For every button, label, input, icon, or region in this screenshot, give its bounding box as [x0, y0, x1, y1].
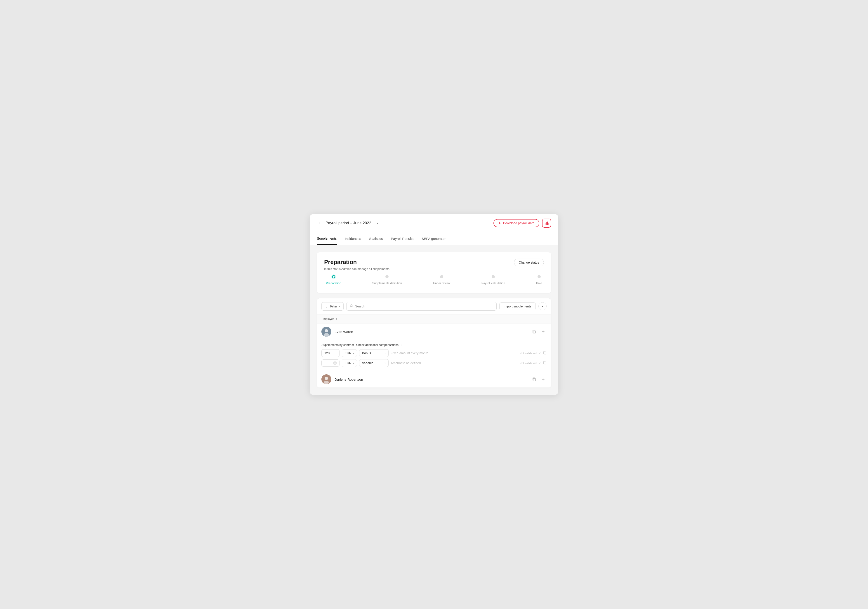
- next-period-button[interactable]: ›: [375, 220, 380, 226]
- check-icon-variable[interactable]: ✓: [538, 361, 541, 365]
- plus-icon-darlene: [541, 377, 545, 381]
- supplements-row-evan: Supplements by contract · Check addition…: [317, 340, 551, 371]
- avatar-evan-waren: [321, 327, 332, 336]
- filter-chevron-icon: ▾: [339, 305, 340, 308]
- type-field-bonus[interactable]: Bonus ▾: [359, 349, 389, 357]
- tab-payroll-results[interactable]: Payroll Results: [391, 232, 414, 245]
- svg-rect-1: [546, 222, 547, 225]
- import-supplements-button[interactable]: Import supplements: [499, 302, 536, 310]
- amount-field-bonus[interactable]: 120: [321, 349, 339, 357]
- type-value-variable: Variable: [362, 361, 374, 365]
- currency-value-variable: EUR: [345, 361, 352, 365]
- supplements-link-text: Supplements by contract · Check addition…: [321, 343, 402, 347]
- supplement-row-bonus: 120 EUR ▾ Bonus ▾ Fixed amount every mon…: [321, 349, 547, 357]
- download-payroll-button[interactable]: ⬇ Download payroll data: [493, 219, 539, 227]
- search-icon: [350, 304, 353, 308]
- svg-rect-15: [533, 378, 535, 381]
- header-actions: ⬇ Download payroll data: [493, 218, 551, 228]
- status-label-variable: Not validated: [519, 361, 536, 365]
- employee-name-darlene: Darlene Robertson: [335, 378, 531, 381]
- filter-label: Filter: [330, 305, 337, 308]
- desc-field-variable: Amount to be defined: [391, 361, 518, 365]
- stats-icon-button[interactable]: [542, 218, 551, 228]
- employee-row-header-evan: Evan Waren: [317, 324, 551, 340]
- amount-value-bonus: 120: [324, 351, 330, 355]
- status-description: In this status Admins can manage all sup…: [324, 267, 544, 271]
- svg-rect-3: [548, 223, 549, 225]
- svg-rect-10: [334, 362, 336, 364]
- table-card: Filter ▾ Import supplements ⋮: [317, 298, 551, 388]
- svg-point-6: [325, 329, 328, 332]
- tab-supplements[interactable]: Supplements: [317, 232, 337, 245]
- tab-sepa-generator[interactable]: SEPA generator: [422, 232, 445, 245]
- search-input[interactable]: [355, 305, 493, 308]
- change-status-button[interactable]: Change status: [514, 259, 544, 266]
- type-chevron-icon-var: ▾: [384, 362, 386, 364]
- bar-chart-icon: [544, 221, 549, 225]
- calculator-icon: [333, 361, 336, 365]
- add-button-evan[interactable]: [540, 328, 547, 335]
- copy-button-darlene[interactable]: [531, 376, 538, 383]
- step-label-under-review: Under review: [433, 282, 451, 285]
- status-title: Preparation: [324, 259, 357, 266]
- payroll-period-title: Payroll period – June 2022: [326, 221, 371, 225]
- plus-icon: [541, 330, 545, 334]
- download-label: Download payroll data: [503, 221, 534, 225]
- currency-value-bonus: EUR: [345, 351, 352, 355]
- currency-chevron-icon: ▾: [353, 352, 354, 355]
- tab-statistics[interactable]: Statistics: [369, 232, 383, 245]
- step-dot-paid: [538, 275, 541, 278]
- table-toolbar: Filter ▾ Import supplements ⋮: [317, 298, 551, 315]
- employee-row-darlene-robertson: Darlene Robertson: [317, 371, 551, 388]
- status-field-variable: Not validated ✓: [519, 361, 547, 365]
- step-payroll-calculation: Payroll calculation: [482, 275, 505, 285]
- tab-incidences[interactable]: Incidences: [345, 232, 361, 245]
- step-label-supplements-definition: Supplements definition: [372, 282, 402, 285]
- prev-period-button[interactable]: ‹: [317, 220, 322, 226]
- employee-row-evan-waren: Evan Waren: [317, 324, 551, 371]
- step-dot-payroll-calculation: [491, 275, 495, 278]
- more-options-button[interactable]: ⋮: [538, 302, 547, 310]
- avatar-image-evan: [321, 327, 332, 336]
- copy-icon-darlene: [532, 377, 536, 381]
- amount-field-variable[interactable]: [321, 360, 339, 367]
- main-content: Preparation Change status In this status…: [310, 245, 558, 395]
- svg-point-13: [325, 377, 328, 380]
- employee-actions-darlene: [531, 376, 547, 383]
- download-icon: ⬇: [498, 221, 501, 225]
- header-nav: ‹ Payroll period – June 2022 ›: [317, 220, 380, 226]
- step-supplements-definition: Supplements definition: [372, 275, 402, 285]
- step-label-payroll-calculation: Payroll calculation: [482, 282, 505, 285]
- copy-button-evan[interactable]: [531, 328, 538, 335]
- employee-column-label: Employee: [321, 317, 335, 321]
- svg-rect-0: [545, 223, 546, 225]
- header: ‹ Payroll period – June 2022 › ⬇ Downloa…: [310, 214, 558, 232]
- copy-icon: [532, 330, 536, 334]
- svg-rect-9: [544, 352, 546, 354]
- check-icon-bonus[interactable]: ✓: [538, 351, 541, 355]
- step-label-preparation: Preparation: [326, 282, 341, 285]
- avatar-darlene-robertson: [321, 374, 332, 384]
- supplements-contract-link[interactable]: Supplements by contract · Check addition…: [321, 343, 547, 347]
- copy-icon-bonus[interactable]: [543, 351, 547, 355]
- app-container: ‹ Payroll period – June 2022 › ⬇ Downloa…: [310, 214, 558, 395]
- currency-field-variable[interactable]: EUR ▾: [342, 359, 357, 367]
- type-value-bonus: Bonus: [362, 351, 371, 355]
- type-field-variable[interactable]: Variable ▾: [359, 359, 389, 367]
- status-card-header: Preparation Change status: [324, 259, 544, 266]
- add-button-darlene[interactable]: [540, 376, 547, 383]
- copy-icon-variable[interactable]: [543, 361, 547, 365]
- filter-icon: [325, 304, 329, 308]
- step-preparation: Preparation: [326, 275, 341, 285]
- progress-steps: Preparation Supplements definition Under…: [326, 275, 542, 285]
- currency-field-bonus[interactable]: EUR ▾: [342, 349, 357, 357]
- search-box: [346, 302, 497, 311]
- step-dot-under-review: [440, 275, 443, 278]
- tabs-container: Supplements Incidences Statistics Payrol…: [310, 232, 558, 245]
- svg-rect-11: [544, 362, 546, 364]
- svg-point-14: [324, 381, 329, 384]
- step-dot-supplements-definition: [385, 275, 389, 278]
- filter-button[interactable]: Filter ▾: [321, 302, 344, 311]
- avatar-image-darlene: [321, 374, 332, 384]
- employee-name-evan: Evan Waren: [335, 330, 531, 334]
